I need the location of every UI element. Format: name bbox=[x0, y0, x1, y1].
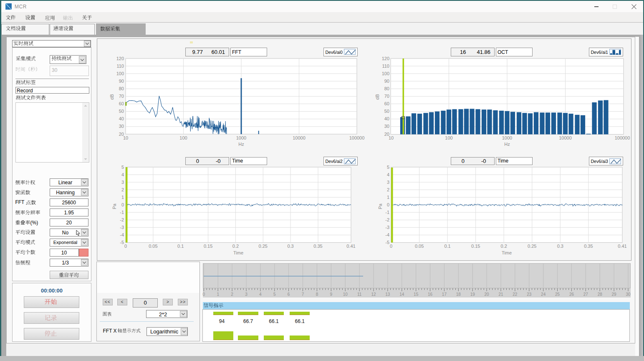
svg-text:18: 18 bbox=[456, 292, 461, 297]
svg-text:Hz: Hz bbox=[504, 142, 510, 147]
svg-text:70: 70 bbox=[384, 94, 389, 99]
svg-text:40: 40 bbox=[384, 116, 389, 121]
svg-text:70: 70 bbox=[119, 94, 124, 99]
svg-text:16: 16 bbox=[428, 292, 433, 297]
svg-text:100: 100 bbox=[179, 135, 187, 140]
svg-text:0.2: 0.2 bbox=[232, 244, 239, 249]
svg-text:25: 25 bbox=[555, 292, 560, 297]
svg-text:110: 110 bbox=[116, 64, 124, 69]
svg-text:-1: -1 bbox=[385, 210, 389, 215]
svg-text:Hz: Hz bbox=[238, 142, 244, 147]
svg-text:Time: Time bbox=[502, 250, 512, 255]
svg-text:10: 10 bbox=[123, 135, 128, 140]
svg-text:-4: -4 bbox=[120, 232, 124, 237]
svg-text:20: 20 bbox=[485, 292, 490, 297]
svg-text:1000: 1000 bbox=[236, 135, 246, 140]
svg-text:30: 30 bbox=[384, 124, 389, 129]
svg-text:-3: -3 bbox=[120, 225, 124, 230]
svg-text:10: 10 bbox=[389, 135, 394, 140]
svg-text:29: 29 bbox=[612, 292, 617, 297]
svg-text:-2: -2 bbox=[385, 217, 389, 222]
svg-text:1: 1 bbox=[121, 195, 124, 200]
svg-text:dB: dB bbox=[109, 94, 114, 99]
svg-text:0: 0 bbox=[390, 244, 392, 249]
svg-text:80: 80 bbox=[384, 86, 389, 91]
svg-text:2: 2 bbox=[231, 292, 233, 297]
svg-text:13: 13 bbox=[385, 292, 390, 297]
svg-text:3: 3 bbox=[245, 292, 247, 297]
svg-text:14: 14 bbox=[399, 292, 404, 297]
svg-text:0.05: 0.05 bbox=[415, 244, 424, 249]
svg-text:0.1: 0.1 bbox=[444, 244, 450, 249]
svg-text:100: 100 bbox=[116, 71, 124, 76]
svg-text:100: 100 bbox=[445, 135, 452, 140]
svg-text:3: 3 bbox=[121, 180, 124, 185]
svg-text:23: 23 bbox=[527, 292, 532, 297]
svg-text:0: 0 bbox=[203, 292, 205, 297]
svg-text:19: 19 bbox=[470, 292, 475, 297]
svg-text:15: 15 bbox=[414, 292, 419, 297]
svg-text:3: 3 bbox=[387, 180, 389, 185]
svg-text:0: 0 bbox=[124, 244, 127, 249]
svg-text:30: 30 bbox=[626, 292, 631, 297]
svg-text:10: 10 bbox=[343, 292, 348, 297]
svg-text:60: 60 bbox=[384, 101, 389, 106]
svg-text:10000: 10000 bbox=[293, 135, 306, 140]
svg-text:0.3: 0.3 bbox=[557, 244, 563, 249]
svg-text:Time: Time bbox=[233, 250, 243, 255]
svg-text:50: 50 bbox=[119, 109, 124, 114]
svg-text:80: 80 bbox=[119, 86, 124, 91]
svg-text:0.35: 0.35 bbox=[584, 244, 593, 249]
svg-text:-2: -2 bbox=[120, 217, 124, 222]
svg-text:26: 26 bbox=[569, 292, 574, 297]
svg-text:11: 11 bbox=[357, 292, 362, 297]
svg-text:22: 22 bbox=[513, 292, 518, 297]
svg-text:0.05: 0.05 bbox=[149, 244, 157, 249]
svg-text:-1: -1 bbox=[120, 210, 124, 215]
svg-text:-5: -5 bbox=[120, 240, 124, 245]
svg-text:0.25: 0.25 bbox=[259, 244, 268, 249]
svg-text:4: 4 bbox=[259, 292, 262, 297]
svg-text:1000: 1000 bbox=[502, 135, 512, 140]
svg-text:-3: -3 bbox=[385, 225, 389, 230]
svg-text:4: 4 bbox=[121, 172, 124, 177]
svg-text:27: 27 bbox=[583, 292, 588, 297]
svg-text:0.15: 0.15 bbox=[204, 244, 212, 249]
svg-text:5: 5 bbox=[387, 165, 389, 170]
svg-text:17: 17 bbox=[442, 292, 447, 297]
svg-text:0.41: 0.41 bbox=[618, 244, 626, 249]
svg-text:90: 90 bbox=[119, 79, 124, 84]
svg-text:30: 30 bbox=[119, 124, 124, 129]
svg-text:120: 120 bbox=[116, 56, 124, 61]
svg-text:24: 24 bbox=[541, 292, 546, 297]
svg-text:0.2: 0.2 bbox=[501, 244, 507, 249]
svg-text:Pa: Pa bbox=[378, 203, 383, 209]
svg-text:100: 100 bbox=[382, 71, 389, 76]
svg-text:0: 0 bbox=[387, 202, 389, 207]
svg-text:12: 12 bbox=[371, 292, 376, 297]
svg-text:0.25: 0.25 bbox=[528, 244, 536, 249]
svg-text:0.35: 0.35 bbox=[313, 244, 322, 249]
svg-text:100000: 100000 bbox=[349, 135, 365, 140]
svg-text:4: 4 bbox=[387, 172, 389, 177]
svg-text:5: 5 bbox=[121, 165, 124, 170]
svg-text:100000: 100000 bbox=[615, 135, 630, 140]
svg-text:120: 120 bbox=[382, 56, 389, 61]
svg-text:10000: 10000 bbox=[559, 135, 572, 140]
svg-text:6: 6 bbox=[288, 292, 290, 297]
svg-text:0.3: 0.3 bbox=[287, 244, 293, 249]
svg-text:7: 7 bbox=[302, 292, 304, 297]
svg-text:1: 1 bbox=[217, 292, 219, 297]
svg-text:60: 60 bbox=[119, 101, 124, 106]
svg-text:dB: dB bbox=[375, 94, 380, 99]
svg-text:2: 2 bbox=[121, 187, 124, 192]
svg-text:28: 28 bbox=[598, 292, 603, 297]
svg-text:21: 21 bbox=[498, 292, 503, 297]
svg-text:0: 0 bbox=[121, 202, 124, 207]
svg-text:8: 8 bbox=[316, 292, 318, 297]
svg-text:0.15: 0.15 bbox=[471, 244, 480, 249]
svg-text:90: 90 bbox=[384, 79, 389, 84]
svg-text:-4: -4 bbox=[385, 232, 389, 237]
svg-text:Pa: Pa bbox=[112, 203, 117, 209]
svg-text:0.1: 0.1 bbox=[177, 244, 184, 249]
